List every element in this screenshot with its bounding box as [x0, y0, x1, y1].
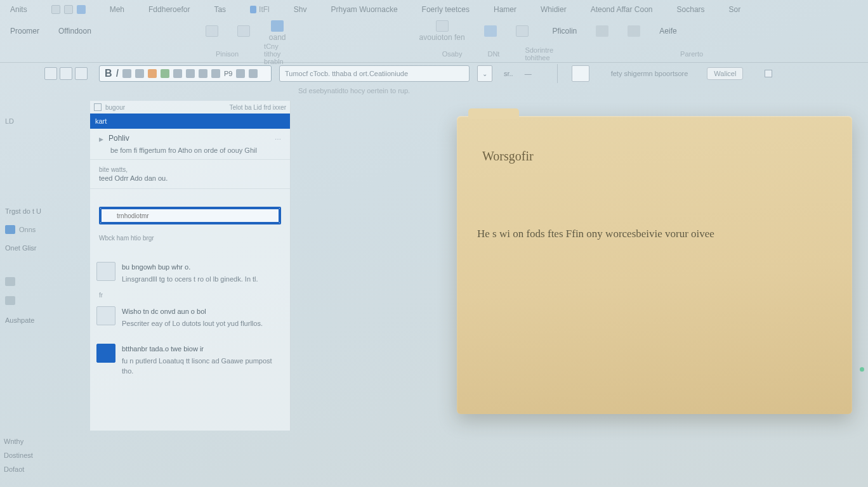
item-title: btthanbr tada.o twe biow ir [122, 344, 284, 354]
item-title: Pohliv [109, 134, 129, 143]
doc-icon [51, 5, 60, 14]
ribbon-button[interactable]: oand [269, 20, 286, 42]
format-icon[interactable] [236, 69, 245, 78]
paragraph-button[interactable]: P9 [224, 70, 232, 77]
grid-icon [271, 20, 284, 32]
toolbar-button[interactable]: Walicel [707, 67, 743, 80]
tab[interactable]: Whidier [541, 5, 567, 14]
list-icon [5, 277, 15, 286]
list-caption: bugour [105, 104, 226, 111]
list-item[interactable]: bite watts, teed Odrr Ado dan ou. [90, 159, 290, 188]
ribbon-button[interactable] [237, 25, 250, 37]
panel-toggle[interactable] [75, 67, 88, 80]
item-subtitle: be fom fi ffigertum fro Atho on orde of … [99, 146, 281, 154]
tab[interactable]: Tas [214, 5, 226, 14]
bold-button[interactable]: B [105, 68, 112, 79]
separator [557, 64, 558, 83]
tab[interactable]: Prhyam Wuornacke [331, 5, 397, 14]
chevron-right-icon: ▸ [99, 134, 103, 144]
tab[interactable]: Ateond Affar Coon [591, 5, 653, 14]
format-icon[interactable] [122, 69, 131, 78]
small-dropdown[interactable] [572, 65, 589, 82]
tab[interactable]: Fddheroefor [148, 5, 190, 14]
item-subtitle: Pescriter eay of Lo dutots lout yot yud … [122, 318, 263, 329]
message-list: bugour Telot ba Lid frd ixxer kart ▸ Poh… [90, 101, 291, 431]
tab[interactable]: ItFl [259, 5, 270, 14]
ribbon-tabs: Anits Meh Fddheroefor Tas ItFl Shv Prhya… [0, 0, 868, 16]
nav-footer-item[interactable]: Wnthy [4, 434, 33, 448]
italic-button[interactable]: I [116, 68, 119, 79]
nav-heading: Aushpate [5, 316, 58, 324]
list-icon [5, 296, 15, 305]
panel-toggle[interactable] [44, 67, 57, 80]
list-caption: Wbck ham htio brgr [90, 231, 290, 243]
format-icon[interactable] [211, 69, 220, 78]
list-section-header[interactable]: kart [90, 114, 290, 129]
nav-item[interactable]: Onns [5, 225, 58, 234]
sticky-note[interactable]: Worsgofir He s wi on fods ftes Ffin ony … [457, 116, 852, 414]
font-combo-text: Tumocf cTocb. tthaba d ort.Ceatiioniude [285, 70, 408, 77]
timestamp: ⋯ [275, 136, 281, 143]
ctrl[interactable]: — [525, 70, 532, 77]
nav-footer-item[interactable]: Dofaot [4, 462, 33, 476]
tab[interactable]: Meh [110, 5, 124, 14]
format-icon[interactable] [186, 69, 195, 78]
nav-item[interactable] [5, 296, 58, 305]
nav-heading: Trgst do t U [5, 207, 58, 215]
search-input[interactable] [100, 208, 280, 223]
color-icon[interactable] [161, 69, 169, 78]
format-icon[interactable] [249, 69, 258, 78]
note-title: Worsgofir [457, 116, 852, 164]
ribbon-button[interactable] [206, 25, 218, 37]
list-item[interactable]: Wisho tn dc onvd aun o bol Pescriter eay… [90, 299, 290, 336]
nav-footer-item[interactable]: Dostinest [4, 448, 33, 462]
item-sep: fr [90, 292, 290, 299]
ribbon-label: Proomer [10, 27, 39, 36]
tool-icon [596, 25, 608, 37]
doc-icon [64, 5, 73, 14]
nav-item[interactable]: LD [5, 117, 58, 125]
item-subtitle: fu n putlerd Loaatuq tt lisonc ad Gaawe … [122, 356, 284, 377]
group-label: DNt [487, 50, 499, 58]
page-icon [206, 25, 218, 37]
list-item[interactable]: btthanbr tada.o twe biow ir fu n putlerd… [90, 336, 290, 384]
hint-text: Sd esebynatidto hocy oertein to rup. [0, 84, 868, 101]
panel-toggle[interactable] [60, 67, 72, 80]
left-nav: LD Trgst do t U Onns Onet Glisr Aushpate [0, 101, 63, 486]
format-icon[interactable] [135, 69, 144, 78]
list-item[interactable]: ▸ Pohliv ⋯ be fom fi ffigertum fro Atho … [90, 129, 290, 159]
tab[interactable]: Shv [294, 5, 307, 14]
tab[interactable]: Anits [10, 5, 27, 14]
tab[interactable]: Sochars [677, 5, 705, 14]
item-subtitle: Linsgrandlll tg to ocers t ro ol lb gine… [122, 274, 258, 285]
ctrl[interactable]: sr.. [504, 70, 513, 77]
group-label: Pinison [216, 50, 239, 58]
list-item[interactable]: bu bngowh bup whr o. Linsgrandlll tg to … [90, 254, 290, 292]
ribbon-button[interactable] [484, 25, 497, 37]
group-label: Sdorintre tohithee [525, 46, 553, 62]
group-label: Osaby [442, 50, 463, 58]
ribbon-label: Aeife [659, 27, 676, 36]
format-icon[interactable] [173, 69, 182, 78]
toolbar-label: fety shigermn bpoortsore [611, 70, 688, 77]
format-icon[interactable] [199, 69, 207, 78]
doc-icon [77, 5, 86, 14]
item-title: Wisho tn dc onvd aun o bol [122, 306, 263, 317]
checkbox-icon[interactable] [765, 70, 772, 77]
nav-item[interactable] [5, 277, 58, 286]
tab[interactable]: Hamer [494, 5, 516, 14]
tab[interactable]: Sor [729, 5, 741, 14]
tab[interactable]: Foerly teetces [422, 5, 470, 14]
font-combo[interactable]: Tumocf cTocb. tthaba d ort.Ceatiioniude [279, 65, 470, 82]
checkbox-icon[interactable] [94, 103, 102, 111]
ribbon-button[interactable] [628, 25, 640, 37]
group-label: Parerto [680, 50, 703, 58]
ribbon-group-labels: Pinison tCny tithoy brabln Osaby DNt Sdo… [0, 46, 868, 62]
ribbon-button[interactable]: avouioton fen [419, 20, 465, 42]
ribbon-controls: Proomer Offindoon oand avouioton fen Pfi… [0, 16, 868, 46]
dropdown-icon[interactable]: ⌄ [477, 65, 492, 82]
ribbon-button[interactable] [516, 25, 529, 37]
color-icon[interactable] [148, 69, 157, 78]
square-icon [250, 6, 256, 13]
ribbon-button[interactable] [596, 25, 608, 37]
